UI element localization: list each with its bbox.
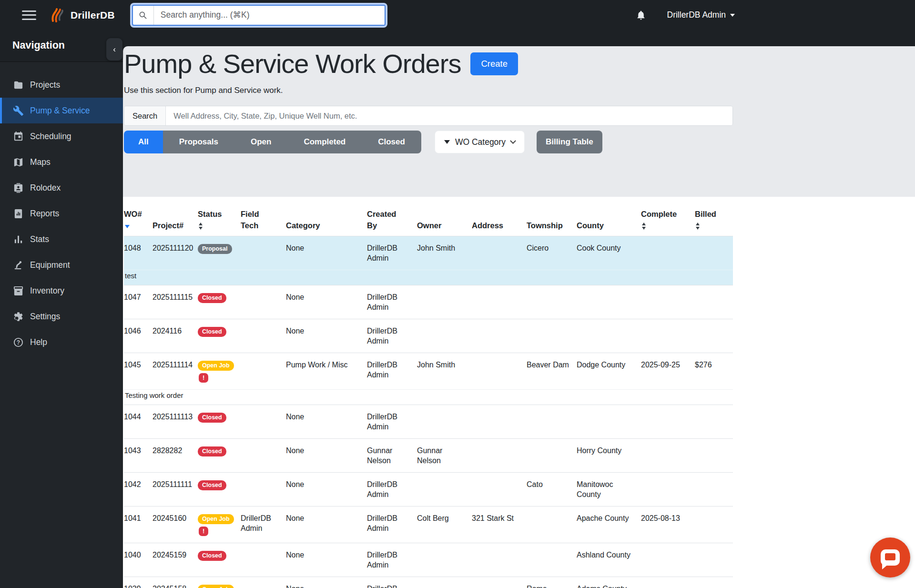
cell-county: Cook County — [577, 236, 641, 270]
sidebar-item-equipment[interactable]: Equipment — [0, 252, 123, 278]
column-header[interactable]: WO# — [124, 197, 152, 236]
cell-category: None — [286, 405, 367, 439]
work-order-search-input[interactable] — [166, 106, 732, 125]
cell-project: 2025111120 — [152, 236, 198, 270]
cell-status: Closed — [198, 405, 241, 439]
sidebar-item-scheduling[interactable]: Scheduling — [0, 123, 123, 149]
work-order-row[interactable]: 10432828282ClosedNoneGunnar NelsonGunnar… — [124, 439, 733, 473]
cell-complete: 2025-09-25 — [641, 353, 695, 390]
work-order-row[interactable]: 104020245159ClosedNoneDrillerDB AdminAsh… — [124, 543, 733, 577]
cell-category: None — [286, 319, 367, 353]
sidebar-item-rolodex[interactable]: Rolodex — [0, 175, 123, 201]
global-search-input[interactable] — [154, 6, 385, 25]
filter-completed[interactable]: Completed — [287, 131, 362, 153]
work-order-row[interactable]: 10462024116ClosedNoneDrillerDB Admin — [124, 319, 733, 353]
cell-complete — [641, 405, 695, 439]
sidebar-item-projects[interactable]: Projects — [0, 72, 123, 98]
gear-icon — [13, 311, 24, 322]
column-header[interactable]: Township — [527, 197, 577, 236]
sidebar-item-help[interactable]: ?Help — [0, 329, 123, 355]
sidebar-title: Navigation — [0, 30, 123, 62]
cell-address — [472, 236, 527, 270]
notifications-button[interactable] — [633, 10, 649, 21]
cell-project: 2828282 — [152, 439, 198, 473]
cell-category: None — [286, 577, 367, 588]
cell-status: Open Job — [198, 577, 241, 588]
work-order-row[interactable]: 10452025111114Open Job!Pump Work / MiscD… — [124, 353, 733, 390]
cell-project: 2025111113 — [152, 405, 198, 439]
sidebar-item-label: Reports — [30, 209, 59, 219]
cell-category: None — [286, 236, 367, 270]
column-header[interactable]: County — [577, 197, 641, 236]
table-header-row: WO#Project#StatusFieldTechCategoryCreate… — [124, 197, 733, 236]
sidebar-item-reports[interactable]: Reports — [0, 201, 123, 226]
sidebar-item-stats[interactable]: Stats — [0, 226, 123, 252]
cell-billed: $276 — [695, 353, 733, 390]
cell-project: 20245160 — [152, 507, 198, 543]
work-order-row[interactable]: 10422025111111ClosedNoneDrillerDB AdminC… — [124, 473, 733, 507]
column-header[interactable]: Project# — [152, 197, 198, 236]
navbar-right: DrillerDB Admin — [633, 10, 738, 21]
work-order-note-row: Testing work order — [124, 390, 733, 405]
cell-township: Beaver Dam — [527, 353, 577, 390]
column-header[interactable]: Category — [286, 197, 367, 236]
filter-proposals[interactable]: Proposals — [163, 131, 234, 153]
contact-card-icon — [13, 182, 24, 193]
sidebar-collapse-button[interactable]: ‹ — [106, 38, 122, 61]
sidebar-item-settings[interactable]: Settings — [0, 304, 123, 329]
note-text: test — [124, 270, 733, 285]
chat-bubble-icon — [881, 549, 900, 566]
sidebar-item-inventory[interactable]: Inventory — [0, 278, 123, 304]
work-order-row[interactable]: 10482025111120ProposalNoneDrillerDB Admi… — [124, 236, 733, 270]
sidebar-item-pump-service[interactable]: Pump & Service — [0, 98, 123, 123]
user-menu[interactable]: DrillerDB Admin — [664, 10, 738, 20]
menu-toggle-button[interactable] — [21, 6, 37, 24]
cell-address — [472, 543, 527, 577]
cell-address — [472, 439, 527, 473]
work-order-row[interactable]: 10442025111113ClosedNoneDrillerDB Admin — [124, 405, 733, 439]
filter-closed[interactable]: Closed — [362, 131, 421, 153]
cell-owner: John Smith — [417, 236, 472, 270]
page-subtitle: Use this section for Pump and Service wo… — [124, 86, 733, 95]
work-order-row[interactable]: 103920245158Open JobNoneDrillerDB AdminR… — [124, 577, 733, 588]
cell-project: 2025111111 — [152, 473, 198, 507]
filter-all[interactable]: All — [124, 131, 163, 153]
cell-township: Rome — [527, 577, 577, 588]
page-header-panel: Pump & Service Work Orders Create Use th… — [123, 46, 915, 197]
column-header[interactable]: Complete — [641, 197, 695, 236]
billing-table-button[interactable]: Billing Table — [537, 131, 602, 153]
wo-category-dropdown[interactable]: WO Category — [435, 131, 525, 153]
create-button[interactable]: Create — [470, 52, 518, 75]
user-menu-label: DrillerDB Admin — [667, 10, 726, 20]
column-header[interactable]: Billed — [695, 197, 733, 236]
cell-category: None — [286, 507, 367, 543]
cell-wo: 1039 — [124, 577, 152, 588]
column-header[interactable]: Status — [198, 197, 241, 236]
column-header[interactable]: CreatedBy — [367, 197, 417, 236]
work-order-row[interactable]: 104120245160Open Job!DrillerDB AdminNone… — [124, 507, 733, 543]
cell-created-by: DrillerDB Admin — [367, 285, 417, 319]
cell-billed — [695, 285, 733, 319]
cell-complete — [641, 285, 695, 319]
cell-billed — [695, 507, 733, 543]
status-badge: Closed — [198, 327, 226, 337]
cell-wo: 1040 — [124, 543, 152, 577]
chevron-down-icon — [510, 138, 516, 144]
cell-created-by: DrillerDB Admin — [367, 353, 417, 390]
filter-open[interactable]: Open — [234, 131, 287, 153]
wo-category-label: WO Category — [455, 137, 506, 147]
chat-launcher-button[interactable] — [870, 537, 910, 578]
cell-county: Ashland County — [577, 543, 641, 577]
sidebar-item-maps[interactable]: Maps — [0, 149, 123, 175]
cell-field-tech — [241, 353, 286, 390]
column-header[interactable]: FieldTech — [241, 197, 286, 236]
column-header[interactable]: Owner — [417, 197, 472, 236]
cell-field-tech — [241, 319, 286, 353]
brand[interactable]: DrillerDB — [50, 8, 115, 23]
cell-category: None — [286, 473, 367, 507]
work-order-row[interactable]: 10472025111115ClosedNoneDrillerDB Admin — [124, 285, 733, 319]
alert-badge: ! — [199, 373, 208, 383]
cell-township — [527, 405, 577, 439]
cell-owner: Colt Berg — [417, 507, 472, 543]
column-header[interactable]: Address — [472, 197, 527, 236]
